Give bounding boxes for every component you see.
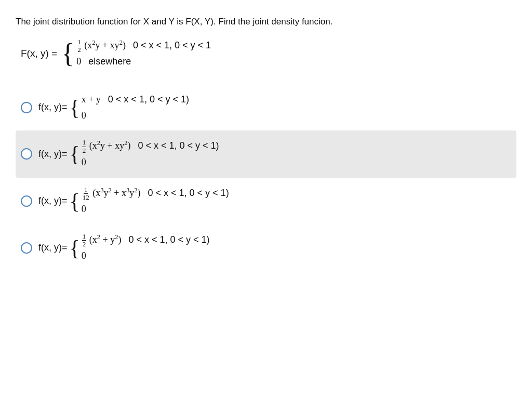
given-case1-expr: 12 (x2y + xy2): [76, 37, 126, 54]
given-case2-cond: elsewhere: [88, 54, 131, 70]
option-a-case2-expr: 0: [82, 108, 86, 124]
option-b-case1-cond: 0 < x < 1, 0 < y < 1): [138, 138, 219, 154]
option-c-case2-expr: 0: [82, 201, 86, 217]
radio-c[interactable]: [21, 195, 32, 207]
option-d-case1-cond: 0 < x < 1, 0 < y < 1): [128, 232, 209, 248]
option-a-label: f(x, y)=: [38, 102, 68, 113]
option-a-case2: 0: [82, 108, 189, 124]
brace-d: {: [70, 237, 80, 259]
option-d-case2-expr: 0: [82, 248, 86, 264]
option-d-case2: 0: [82, 248, 210, 264]
option-c-case1-expr: 112 (x3y2 + x3y2): [82, 185, 141, 202]
option-d-case1-expr: 12 (x2 + y2): [82, 232, 122, 248]
given-case1-cond: 0 < x < 1, 0 < y < 1: [133, 37, 211, 54]
given-case2-expr: 0: [76, 54, 81, 70]
option-a-cases: x + y 0 < x < 1, 0 < y < 1) 0: [82, 91, 189, 123]
option-c-content: f(x, y)= { 112 (x3y2 + x3y2) 0 < x < 1, …: [38, 185, 229, 217]
option-d-case1: 12 (x2 + y2) 0 < x < 1, 0 < y < 1): [82, 232, 210, 248]
option-b-label: f(x, y)=: [38, 149, 68, 160]
brace-c: {: [70, 190, 80, 212]
option-b-case1: 12 (x2y + xy2) 0 < x < 1, 0 < y < 1): [82, 138, 219, 154]
left-brace: {: [61, 40, 74, 67]
option-d-content: f(x, y)= { 12 (x2 + y2) 0 < x < 1, 0 < y…: [38, 232, 210, 264]
options-list: f(x, y)= { x + y 0 < x < 1, 0 < y < 1) 0…: [16, 84, 516, 271]
given-cases: 12 (x2y + xy2) 0 < x < 1, 0 < y < 1 0 el…: [76, 37, 211, 70]
option-c-cases: 112 (x3y2 + x3y2) 0 < x < 1, 0 < y < 1) …: [82, 185, 229, 217]
option-c-case1-cond: 0 < x < 1, 0 < y < 1): [148, 185, 229, 201]
option-b-content: f(x, y)= { 12 (x2y + xy2) 0 < x < 1, 0 <…: [38, 138, 219, 170]
option-a-content: f(x, y)= { x + y 0 < x < 1, 0 < y < 1) 0: [38, 91, 189, 123]
option-d-cases: 12 (x2 + y2) 0 < x < 1, 0 < y < 1) 0: [82, 232, 210, 264]
radio-a[interactable]: [21, 102, 32, 113]
option-c-label: f(x, y)=: [38, 195, 68, 206]
option-d-label: f(x, y)=: [38, 242, 68, 253]
given-func-label: F(x, y) =: [21, 48, 57, 59]
option-b-cases: 12 (x2y + xy2) 0 < x < 1, 0 < y < 1) 0: [82, 138, 219, 170]
option-a-case1-expr: x + y: [82, 91, 101, 108]
option-a-case1: x + y 0 < x < 1, 0 < y < 1): [82, 91, 189, 108]
given-case2: 0 elsewhere: [76, 54, 211, 70]
problem-description: The joint distribution function for X an…: [16, 16, 516, 28]
option-d[interactable]: f(x, y)= { 12 (x2 + y2) 0 < x < 1, 0 < y…: [16, 225, 516, 271]
option-c-case1: 112 (x3y2 + x3y2) 0 < x < 1, 0 < y < 1): [82, 185, 229, 202]
given-case1: 12 (x2y + xy2) 0 < x < 1, 0 < y < 1: [76, 37, 211, 54]
radio-b[interactable]: [21, 148, 32, 160]
option-a-case1-cond: 0 < x < 1, 0 < y < 1): [108, 91, 189, 108]
option-b[interactable]: f(x, y)= { 12 (x2y + xy2) 0 < x < 1, 0 <…: [16, 130, 516, 177]
option-c-case2: 0: [82, 201, 229, 217]
given-function: F(x, y) = { 12 (x2y + xy2) 0 < x < 1, 0 …: [21, 37, 516, 70]
option-c[interactable]: f(x, y)= { 112 (x3y2 + x3y2) 0 < x < 1, …: [16, 178, 516, 225]
brace-b: {: [70, 143, 80, 165]
option-b-case1-expr: 12 (x2y + xy2): [82, 138, 131, 154]
option-b-case2-expr: 0: [82, 154, 86, 170]
brace-a: {: [70, 97, 80, 119]
radio-d[interactable]: [21, 242, 32, 254]
option-b-case2: 0: [82, 154, 219, 170]
option-a[interactable]: f(x, y)= { x + y 0 < x < 1, 0 < y < 1) 0: [16, 84, 516, 130]
